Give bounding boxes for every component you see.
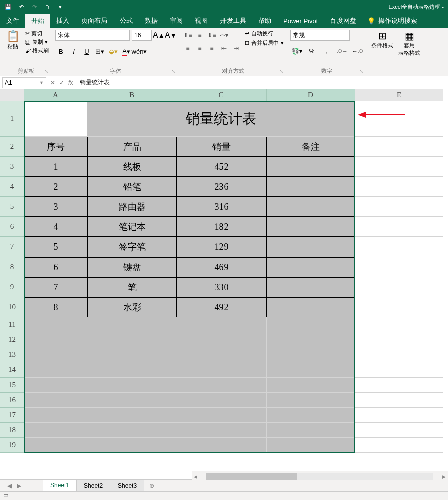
font-name-input[interactable]	[55, 30, 130, 41]
borders-button[interactable]: ⊞▾	[94, 46, 105, 57]
empty-cell[interactable]	[267, 438, 355, 453]
empty-cell[interactable]	[176, 438, 267, 453]
empty-cell[interactable]	[355, 347, 443, 362]
format-table-button[interactable]: ▦ 套用 表格格式	[397, 30, 421, 57]
tell-me-search[interactable]: 💡 操作说明搜索	[362, 14, 422, 28]
row-header-15[interactable]: 15	[0, 378, 24, 393]
empty-cell[interactable]	[87, 378, 176, 393]
data-cell-r8-c1[interactable]: 水彩	[87, 297, 176, 317]
column-header-C[interactable]: C	[176, 89, 267, 101]
row-header-16[interactable]: 16	[0, 393, 24, 408]
empty-cell[interactable]	[87, 393, 176, 408]
empty-cell[interactable]	[355, 393, 443, 408]
preview-icon[interactable]: 🗋	[43, 3, 51, 11]
data-cell-r6-c4[interactable]	[355, 257, 443, 277]
empty-cell[interactable]	[87, 408, 176, 423]
empty-cell[interactable]	[24, 423, 87, 438]
data-cell-r1-c3[interactable]	[267, 157, 355, 177]
row-header-11[interactable]: 11	[0, 317, 24, 332]
empty-cell[interactable]	[87, 423, 176, 438]
data-cell-r7-c0[interactable]: 7	[24, 277, 87, 297]
empty-cell[interactable]	[87, 438, 176, 453]
number-format-input[interactable]	[290, 30, 350, 41]
add-sheet-icon[interactable]: ⊕	[144, 482, 159, 489]
accept-formula-icon[interactable]: ✓	[59, 79, 64, 86]
dialog-launcher-icon[interactable]: ⤡	[360, 69, 364, 74]
empty-cell[interactable]	[355, 362, 443, 378]
empty-cell[interactable]	[267, 423, 355, 438]
fill-color-button[interactable]: ⬙▾	[107, 46, 119, 57]
empty-cell[interactable]	[24, 378, 87, 393]
data-cell-r7-c2[interactable]: 330	[176, 277, 267, 297]
align-middle-icon[interactable]: ≡	[194, 30, 205, 41]
data-cell-r5-c3[interactable]	[267, 237, 355, 257]
paste-button[interactable]: 📋 粘贴	[3, 30, 22, 50]
data-cell-r3-c0[interactable]: 3	[24, 197, 87, 217]
row-header-12[interactable]: 12	[0, 332, 24, 347]
data-cell-r4-c4[interactable]	[355, 217, 443, 237]
row-header-8[interactable]: 8	[0, 257, 24, 277]
data-cell-r1-c0[interactable]: 1	[24, 157, 87, 177]
empty-cell[interactable]	[355, 423, 443, 438]
empty-cell[interactable]	[176, 423, 267, 438]
empty-cell[interactable]	[176, 332, 267, 347]
orientation-icon[interactable]: ⤺▾	[218, 30, 230, 41]
tab-home[interactable]: 开始	[25, 14, 50, 28]
empty-cell[interactable]	[176, 317, 267, 332]
cell-E1[interactable]	[355, 101, 443, 137]
decrease-decimal-icon[interactable]: ←.0	[351, 46, 364, 57]
row-header-14[interactable]: 14	[0, 362, 24, 378]
sheet-next-icon[interactable]: ▶	[17, 482, 21, 489]
column-header-A[interactable]: A	[24, 89, 87, 101]
data-cell-r4-c2[interactable]: 182	[176, 217, 267, 237]
tab-formula[interactable]: 公式	[114, 14, 139, 28]
row-header-5[interactable]: 5	[0, 197, 24, 217]
row-header-4[interactable]: 4	[0, 177, 24, 197]
data-cell-r8-c2[interactable]: 492	[176, 297, 267, 317]
indent-increase-icon[interactable]: ⇥	[231, 43, 242, 54]
dialog-launcher-icon[interactable]: ⤡	[280, 69, 284, 74]
percent-icon[interactable]: %	[305, 46, 318, 57]
data-cell-r8-c0[interactable]: 8	[24, 297, 87, 317]
cancel-formula-icon[interactable]: ✕	[50, 79, 55, 86]
align-right-icon[interactable]: ≡	[206, 43, 217, 54]
copy-button[interactable]: ⿻复制▾	[25, 38, 49, 46]
font-color-button[interactable]: A▾	[121, 46, 132, 57]
row-header-17[interactable]: 17	[0, 408, 24, 423]
empty-cell[interactable]	[176, 362, 267, 378]
sheet-prev-icon[interactable]: ◀	[7, 482, 12, 489]
tab-review[interactable]: 审阅	[164, 14, 189, 28]
data-cell-r2-c4[interactable]	[355, 177, 443, 197]
header-cell-3[interactable]: 备注	[267, 137, 355, 157]
merge-center-button[interactable]: ⊟合并后居中▾	[245, 39, 284, 47]
empty-cell[interactable]	[24, 347, 87, 362]
dialog-launcher-icon[interactable]: ⤡	[172, 69, 176, 74]
header-cell-1[interactable]: 产品	[87, 137, 176, 157]
sheet-tab-3[interactable]: Sheet3	[110, 480, 144, 491]
data-cell-r8-c3[interactable]	[267, 297, 355, 317]
title-cell[interactable]: 销量统计表	[87, 101, 355, 137]
tab-help[interactable]: 帮助	[252, 14, 277, 28]
scroll-thumb[interactable]	[206, 473, 297, 480]
scroll-left-icon[interactable]: ◀	[192, 474, 199, 479]
row-header-10[interactable]: 10	[0, 297, 24, 317]
empty-cell[interactable]	[24, 408, 87, 423]
dialog-launcher-icon[interactable]: ⤡	[45, 69, 49, 74]
empty-cell[interactable]	[87, 317, 176, 332]
empty-cell[interactable]	[355, 332, 443, 347]
tab-power-pivot[interactable]: Power Pivot	[277, 14, 324, 28]
empty-cell[interactable]	[87, 347, 176, 362]
cut-button[interactable]: ✂剪切	[25, 30, 49, 37]
data-cell-r4-c3[interactable]	[267, 217, 355, 237]
empty-cell[interactable]	[355, 408, 443, 423]
format-painter-button[interactable]: 🖌格式刷	[25, 47, 49, 54]
data-cell-r3-c1[interactable]: 路由器	[87, 197, 176, 217]
empty-cell[interactable]	[24, 393, 87, 408]
row-header-3[interactable]: 3	[0, 157, 24, 177]
bold-button[interactable]: B	[55, 46, 66, 57]
sheet-tab-1[interactable]: Sheet1	[43, 480, 77, 492]
data-cell-r3-c2[interactable]: 316	[176, 197, 267, 217]
cell-A1[interactable]	[24, 101, 87, 137]
empty-cell[interactable]	[176, 347, 267, 362]
empty-cell[interactable]	[267, 347, 355, 362]
